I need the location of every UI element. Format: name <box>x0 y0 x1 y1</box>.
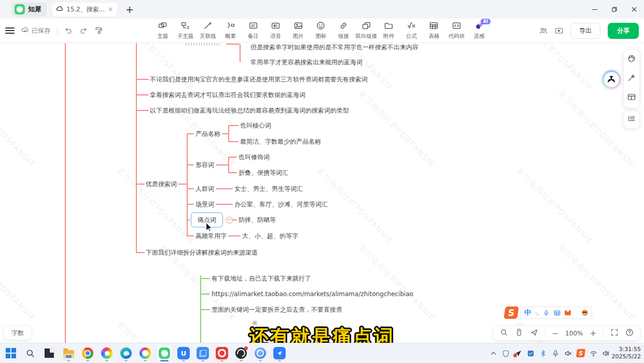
toolbar-item-双向链接[interactable]: 双向链接 <box>355 21 377 40</box>
mindmap-node[interactable]: 以下是根据咱们做蓝海玩法经验总结的最容易查到蓝海词的搜索词的类型 <box>150 106 349 115</box>
ime-punctuation-toggle[interactable]: ·, <box>535 310 539 316</box>
toolbar-item-代码块[interactable]: 代码块 <box>445 21 468 40</box>
ime-language-toggle[interactable]: 中 <box>524 308 531 317</box>
taskbar-app-folder[interactable] <box>61 345 76 361</box>
ime-emoji-icon[interactable] <box>582 310 588 316</box>
mindmap-node[interactable]: 女士、男士、男生等词汇 <box>234 185 303 193</box>
nutstore-icon[interactable] <box>527 350 535 357</box>
search-icon[interactable] <box>500 328 508 338</box>
wifi-icon[interactable] <box>590 350 597 357</box>
format-painter-button[interactable] <box>94 26 103 35</box>
mindmap-node[interactable]: 不论我们是使用淘宝官方的生意参谋还是使用第三方软件查词都需要先有搜索词 <box>150 75 368 84</box>
ime-microphone-icon[interactable] <box>543 310 550 316</box>
toolbar-item-图片[interactable]: 图片 <box>287 21 310 40</box>
taskbar-app-blue-stack[interactable] <box>195 345 211 361</box>
mindmap-node[interactable]: 下面我们详细拆分讲解搜索词的来源渠道 <box>146 248 258 257</box>
mindmap-node[interactable]: 也叫修饰词 <box>239 153 270 162</box>
taskbar-app-red-record[interactable] <box>214 345 230 361</box>
mindmap-node[interactable]: 折叠、便携等词汇 <box>239 169 288 177</box>
taskbar-app-color-ball[interactable] <box>137 345 153 361</box>
mindmap-node[interactable]: 有下载地址，自己去下载下来就行了 <box>212 274 311 283</box>
export-button[interactable]: 导出 <box>570 23 600 39</box>
taskbar-app-darkpad[interactable] <box>41 345 57 361</box>
toolbar-item-链接[interactable]: 链接 <box>332 21 355 40</box>
mindmap-node[interactable]: 拿着搜索词去查词才可以查出符合我们要求数据的蓝海词 <box>150 91 305 100</box>
taskbar-app-uu-blue[interactable]: U <box>176 345 191 361</box>
toolbar-item-灵感[interactable]: 灵感AI <box>468 21 491 40</box>
mindmap-node[interactable]: 优质搜索词 <box>146 180 177 189</box>
toolbar-item-语音[interactable]: 语音 <box>264 21 287 40</box>
mindmap-node[interactable]: 大、小、超、的等字 <box>242 232 298 241</box>
word-count-button[interactable]: 字数 <box>4 326 31 340</box>
taskbar-app-win-start[interactable] <box>3 345 19 361</box>
redo-button[interactable] <box>79 26 88 35</box>
collaborate-button[interactable] <box>539 26 548 35</box>
mindmap-node[interactable]: 最简洁、字数最少的产品名称 <box>240 137 321 146</box>
bluetooth-icon[interactable] <box>539 350 547 357</box>
close-button[interactable] <box>624 0 644 19</box>
mindmap-node[interactable]: 常用单字才更容易搜索出来能用的蓝海词 <box>250 58 362 67</box>
mindmap-node[interactable]: 但是搜索单字时如果使用的是不常用字也一样搜索不出来内容 <box>250 43 418 52</box>
fullscreen-icon[interactable] <box>610 328 619 338</box>
mindmap-node[interactable]: 人群词 <box>195 185 214 193</box>
mouse-mode-icon[interactable] <box>515 328 523 338</box>
menu-button[interactable] <box>5 27 15 34</box>
toolbar-item-备注[interactable]: 备注 <box>242 21 264 40</box>
chevron-up-icon[interactable] <box>489 350 497 357</box>
toolbar-item-关联线[interactable]: 关联线 <box>197 21 219 40</box>
undo-button[interactable] <box>64 26 73 35</box>
locate-icon[interactable] <box>530 328 538 338</box>
toolbar-item-附件[interactable]: 附件 <box>377 21 400 40</box>
outline-list-icon[interactable] <box>627 115 636 125</box>
taskbar-app-edge[interactable] <box>118 345 134 361</box>
sogou-icon[interactable]: S <box>577 349 585 357</box>
toolbar-item-子主题[interactable]: 子主题 <box>174 21 197 40</box>
app-logo-pill[interactable]: 知犀 <box>11 2 47 17</box>
taskbar-clock[interactable]: 3:31:55 2025/5/22 <box>612 343 641 363</box>
ai-assistant-button[interactable] <box>602 70 621 89</box>
zoom-level[interactable]: 100% <box>565 330 583 337</box>
document-tab[interactable]: 15.2、搜索... × <box>52 3 117 17</box>
mindmap-canvas[interactable]: 老范电商社群PDSFANSIK老范电商社群PDSFANSIK老范电商社群PDSF… <box>0 43 644 343</box>
layout-icon[interactable] <box>627 93 636 103</box>
presentation-button[interactable] <box>555 26 563 35</box>
mindmap-node[interactable]: 里面的关键词一定要拆开之后去查，不要直接查 <box>212 305 342 314</box>
microphone-icon[interactable] <box>552 350 559 357</box>
mindmap-node[interactable]: 形容词 <box>195 161 214 170</box>
beautify-wand-icon[interactable] <box>627 74 636 84</box>
new-tab-button[interactable]: + <box>125 4 134 15</box>
shield-icon[interactable] <box>502 350 510 357</box>
zoom-out-button[interactable]: − <box>552 329 559 338</box>
share-button[interactable]: 分享 <box>608 23 639 39</box>
mindmap-node[interactable]: 场景词 <box>195 200 214 209</box>
mindmap-node[interactable]: 也叫核心词 <box>240 121 271 130</box>
collapse-node-button[interactable] <box>226 217 233 224</box>
sogou-logo-icon[interactable]: S <box>503 306 519 319</box>
taskbar-app-blue-circle[interactable] <box>253 345 268 361</box>
minimize-button[interactable] <box>585 0 605 19</box>
help-icon[interactable] <box>625 328 634 338</box>
volume-icon[interactable] <box>602 350 610 357</box>
taskbar-app-obs[interactable] <box>233 345 249 361</box>
taskbar-app-chrome[interactable] <box>80 345 95 361</box>
telegram-icon[interactable] <box>514 350 522 357</box>
ime-keyboard-icon[interactable] <box>554 310 561 316</box>
toolbar-item-表格[interactable]: 表格 <box>423 21 445 40</box>
mindmap-node[interactable]: 防摔、防晒等 <box>239 216 276 225</box>
speaker-muted-icon[interactable] <box>564 350 572 357</box>
tab-close-icon[interactable]: × <box>108 6 113 13</box>
zoom-in-button[interactable]: + <box>590 329 596 338</box>
toolbar-item-主题[interactable]: 主题 <box>151 21 174 40</box>
toolbar-item-概要[interactable]: 概要 <box>219 21 242 40</box>
restore-button[interactable] <box>605 0 624 19</box>
mindmap-node[interactable]: 办公室、客厅、沙滩、河里等词汇 <box>234 200 328 209</box>
theme-palette-icon[interactable] <box>627 54 636 65</box>
toolbar-item-公式[interactable]: 公式 <box>400 21 423 40</box>
mindmap-node[interactable]: 产品名称 <box>195 130 220 138</box>
toolbar-item-图标[interactable]: 图标 <box>310 21 332 40</box>
ime-skin-icon[interactable] <box>565 310 571 315</box>
taskbar-app-swirl-browser[interactable] <box>99 345 115 361</box>
mindmap-node[interactable]: https://alimarket.taobao.com/markets/ali… <box>212 290 413 298</box>
taskbar-app-search[interactable] <box>22 345 38 361</box>
taskbar-app-blue-rocket[interactable] <box>272 345 287 361</box>
